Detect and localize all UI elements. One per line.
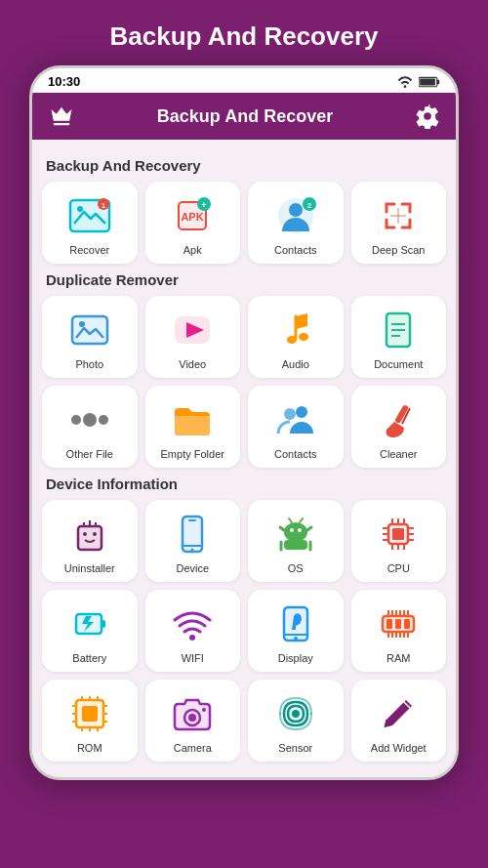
os-label: OS <box>288 562 304 574</box>
recover-icon: 1 <box>67 193 112 238</box>
section-backup-recovery: Backup And Recovery 1 <box>42 157 446 264</box>
svg-point-83 <box>294 637 298 641</box>
svg-rect-63 <box>392 528 404 540</box>
svg-rect-1 <box>437 79 439 84</box>
wifi-label: WIFI <box>182 652 204 664</box>
battery-label: Battery <box>72 652 106 664</box>
svg-point-52 <box>290 528 294 532</box>
card-cleaner[interactable]: Cleaner <box>351 386 447 468</box>
card-os[interactable]: OS <box>248 500 344 582</box>
svg-point-21 <box>79 321 85 327</box>
card-empty-folder[interactable]: Empty Folder <box>145 386 241 468</box>
app-header: Backup And Recover <box>32 93 456 140</box>
svg-point-51 <box>284 522 307 542</box>
card-sensor[interactable]: Sensor <box>248 680 344 762</box>
section-label-device: Device Information <box>46 475 442 492</box>
status-time: 10:30 <box>48 74 80 89</box>
card-rom[interactable]: ROM <box>42 680 138 762</box>
uninstaller-label: Uninstaller <box>64 562 115 574</box>
svg-point-36 <box>296 406 307 418</box>
svg-rect-39 <box>78 526 102 550</box>
svg-point-53 <box>298 528 302 532</box>
svg-rect-87 <box>395 619 401 629</box>
svg-line-57 <box>300 518 303 522</box>
svg-rect-78 <box>102 620 105 628</box>
battery-status-icon <box>419 76 440 88</box>
contacts2-label: Contacts <box>274 448 316 460</box>
svg-rect-88 <box>404 619 410 629</box>
svg-rect-86 <box>386 619 392 629</box>
deep-scan-label: Deep Scan <box>372 244 425 256</box>
svg-rect-2 <box>420 78 435 85</box>
sensor-icon <box>273 691 318 736</box>
svg-point-34 <box>99 415 108 425</box>
card-battery[interactable]: Battery <box>42 590 138 672</box>
audio-label: Audio <box>282 358 309 370</box>
apk-icon: APK + <box>170 193 215 238</box>
svg-point-79 <box>189 635 195 641</box>
crown-icon <box>48 103 75 130</box>
camera-label: Camera <box>174 742 212 754</box>
card-display[interactable]: Display <box>248 590 344 672</box>
rom-icon <box>67 691 112 736</box>
svg-point-26 <box>299 333 308 341</box>
cpu-icon <box>376 512 421 557</box>
card-contacts[interactable]: 2 Contacts <box>248 182 344 264</box>
card-device[interactable]: Device <box>145 500 241 582</box>
card-photo[interactable]: Photo <box>42 296 138 378</box>
card-audio[interactable]: Audio <box>248 296 344 378</box>
svg-point-33 <box>71 415 81 425</box>
rom-label: ROM <box>77 742 102 754</box>
card-wifi[interactable]: WIFI <box>145 590 241 672</box>
svg-point-25 <box>287 336 297 344</box>
uninstaller-icon <box>67 512 112 557</box>
svg-rect-19 <box>72 316 107 344</box>
grid-device: Uninstaller Device <box>42 500 446 762</box>
content-area: Backup And Recovery 1 <box>32 140 456 777</box>
section-device-info: Device Information <box>42 475 446 762</box>
device-label: Device <box>176 562 209 574</box>
card-recover[interactable]: 1 Recover <box>42 182 138 264</box>
gear-icon[interactable] <box>415 103 440 129</box>
recover-label: Recover <box>69 244 109 256</box>
document-icon <box>376 308 421 352</box>
ram-label: RAM <box>386 652 410 664</box>
card-add-widget[interactable]: Add Widget <box>351 680 447 762</box>
svg-point-49 <box>191 549 194 552</box>
svg-text:1: 1 <box>102 202 105 209</box>
card-apk[interactable]: APK + Apk <box>145 182 241 264</box>
card-cpu[interactable]: CPU <box>351 500 447 582</box>
svg-point-118 <box>202 708 206 712</box>
card-deep-scan[interactable]: Deep Scan <box>351 182 447 264</box>
device-icon <box>170 512 215 557</box>
video-label: Video <box>179 358 206 370</box>
section-label-backup: Backup And Recovery <box>46 157 442 174</box>
photo-icon <box>67 308 112 352</box>
svg-line-55 <box>307 527 311 530</box>
camera-icon <box>170 691 215 736</box>
contacts2-icon <box>273 397 318 442</box>
svg-point-14 <box>289 203 303 217</box>
status-bar: 10:30 <box>32 68 456 93</box>
card-camera[interactable]: Camera <box>145 680 241 762</box>
grid-duplicate: Photo Video <box>42 296 446 468</box>
svg-point-44 <box>83 532 87 536</box>
svg-point-117 <box>188 714 196 722</box>
video-icon <box>170 308 215 352</box>
add-widget-icon <box>376 691 421 736</box>
os-icon <box>273 512 318 557</box>
empty-folder-icon <box>170 397 215 442</box>
display-icon <box>273 601 318 646</box>
card-ram[interactable]: RAM <box>351 590 447 672</box>
card-uninstaller[interactable]: Uninstaller <box>42 500 138 582</box>
svg-point-5 <box>77 206 83 212</box>
phone-frame: 10:30 Backup And Recover Backup And R <box>29 65 459 780</box>
svg-line-54 <box>280 527 284 530</box>
card-other-file[interactable]: Other File <box>42 386 138 468</box>
grid-backup: 1 Recover APK <box>42 182 446 264</box>
card-contacts2[interactable]: Contacts <box>248 386 344 468</box>
card-video[interactable]: Video <box>145 296 241 378</box>
app-header-title: Backup And Recover <box>157 106 333 127</box>
card-document[interactable]: Document <box>351 296 447 378</box>
wifi-icon <box>170 601 215 646</box>
